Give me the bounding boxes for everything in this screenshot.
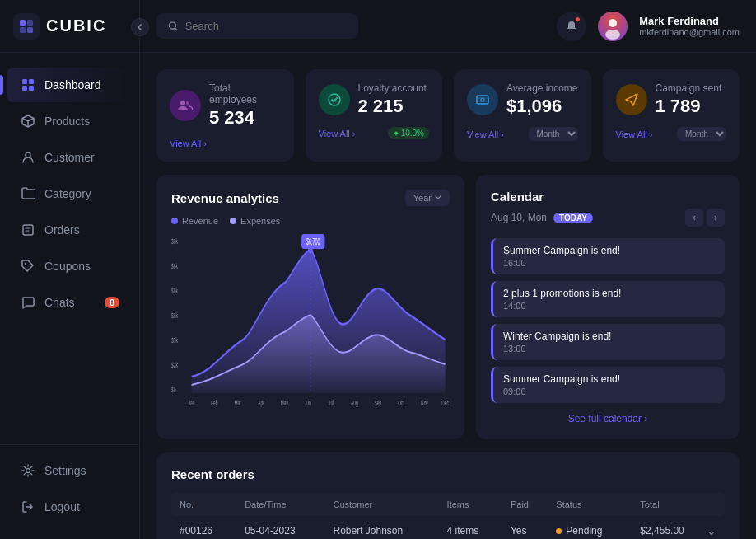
svg-rect-19 [477, 96, 488, 104]
stat-label: Total employees [209, 82, 281, 105]
svg-point-10 [25, 263, 26, 265]
calendar-date-row: Aug 10, Mon TODAY ‹ › [491, 209, 725, 227]
search-box[interactable] [156, 13, 358, 39]
sidebar-item-label: Settings [44, 464, 86, 477]
svg-rect-5 [29, 79, 34, 84]
dashboard: Total employees 5 234 View All › [140, 53, 756, 539]
grid-icon [20, 77, 36, 93]
col-customer: Customer [324, 493, 438, 516]
orders-title: Recent orders [171, 467, 725, 481]
user-name: Mark Ferdinand [639, 15, 740, 27]
income-icon [467, 84, 498, 115]
sidebar-nav: Dashboard Products Customer [0, 53, 139, 444]
calendar-event-0: Summer Campaign is end! 16:00 [491, 238, 725, 274]
svg-point-17 [186, 101, 189, 105]
folder-icon [20, 185, 36, 202]
sidebar-bottom: Settings Logout [0, 444, 139, 539]
sidebar-item-label: Chats [44, 296, 75, 309]
stat-card-loyalty: Loyalty account 2 215 View All › 10.0% [306, 69, 443, 162]
sidebar-item-label: Products [44, 115, 90, 128]
calendar-prev-button[interactable]: ‹ [685, 209, 703, 227]
order-date: 05-04-2023 [236, 516, 324, 539]
svg-text:$6,700: $6,700 [306, 237, 320, 246]
campaign-icon [616, 84, 647, 115]
loyalty-badge: 10.0% [388, 127, 429, 139]
calendar-nav: ‹ › [685, 209, 725, 227]
sidebar-item-category[interactable]: Category [7, 176, 133, 211]
col-items: Items [439, 493, 502, 516]
sidebar-item-logout[interactable]: Logout [7, 490, 133, 524]
event-time: 14:00 [503, 301, 715, 311]
order-status: Pending [548, 516, 632, 539]
logo-icon [13, 13, 40, 40]
sidebar-item-customer[interactable]: Customer [7, 140, 133, 175]
revenue-chart-card: Revenue analytics Year Revenue Expenses [156, 175, 464, 439]
svg-text:Dec: Dec [441, 398, 449, 407]
stat-value: 5 234 [209, 107, 281, 129]
calendar-title: Calendar [491, 190, 544, 204]
svg-point-8 [26, 152, 30, 157]
see-full-calendar-link[interactable]: See full calendar › [491, 413, 725, 424]
svg-text:Sep: Sep [374, 398, 381, 407]
view-all-income[interactable]: View All › [467, 129, 504, 139]
svg-point-11 [26, 469, 30, 473]
view-all-employees[interactable]: View All › [170, 138, 207, 148]
svg-text:May: May [281, 398, 289, 407]
stat-label: Average income [506, 82, 578, 94]
order-expand-button[interactable]: ⌄ [707, 524, 716, 537]
sidebar-item-label: Dashboard [44, 78, 101, 91]
recent-orders-card: Recent orders No. Date/Time Customer Ite… [156, 452, 740, 539]
sidebar-item-dashboard[interactable]: Dashboard [7, 68, 133, 102]
tag-icon [20, 258, 36, 274]
calendar-events: Summer Campaign is end! 16:00 2 plus 1 p… [491, 238, 725, 403]
svg-text:Aug: Aug [351, 398, 358, 407]
logo-text: CUBIC [46, 16, 106, 35]
stat-label: Campaign sent [656, 82, 722, 94]
notification-button[interactable] [557, 12, 586, 41]
event-time: 09:00 [503, 387, 715, 396]
box-icon [20, 113, 36, 129]
view-all-loyalty[interactable]: View All › [319, 129, 356, 138]
chat-icon [20, 294, 36, 311]
calendar-event-1: 2 plus 1 promotions is end! 14:00 [491, 281, 725, 317]
sidebar-item-products[interactable]: Products [7, 104, 133, 138]
svg-rect-9 [23, 225, 33, 235]
campaign-month-select[interactable]: Month Year [677, 127, 726, 141]
col-total: Total [632, 493, 725, 516]
income-month-select[interactable]: Month Year [529, 127, 578, 141]
sidebar-item-label: Customer [44, 151, 95, 164]
sidebar-item-coupons[interactable]: Coupons [7, 249, 133, 284]
event-time: 16:00 [503, 258, 715, 268]
today-badge: TODAY [553, 213, 593, 223]
chart-legend: Revenue Expenses [171, 216, 450, 226]
chats-badge: 8 [105, 297, 119, 308]
sidebar-item-chats[interactable]: Chats 8 [7, 285, 133, 320]
svg-rect-4 [22, 79, 27, 84]
svg-rect-6 [22, 86, 27, 91]
svg-text:$8k: $8k [171, 261, 178, 270]
calendar-event-3: Summer Campaign is end! 09:00 [491, 367, 725, 403]
header: Mark Ferdinand mkferdinand@gmail.com [140, 0, 756, 53]
svg-point-15 [605, 30, 620, 40]
chart-title: Revenue analytics [171, 191, 279, 205]
sidebar-item-label: Orders [44, 223, 80, 237]
search-input[interactable] [185, 20, 347, 32]
year-select-button[interactable]: Year [405, 190, 450, 206]
revenue-svg: $8k $8k $8k $6k $5k $2k $0 [171, 232, 450, 422]
svg-text:$0: $0 [171, 385, 175, 394]
sidebar-item-settings[interactable]: Settings [7, 453, 133, 488]
sidebar-collapse-button[interactable] [131, 18, 149, 36]
sidebar-item-orders[interactable]: Orders [7, 213, 133, 247]
calendar-event-2: Winter Campaign is end! 13:00 [491, 324, 725, 360]
svg-rect-2 [20, 27, 26, 33]
stat-card-employees: Total employees 5 234 View All › [156, 69, 294, 162]
svg-text:Oct: Oct [398, 398, 404, 407]
user-email: mkferdinand@gmail.com [639, 27, 740, 37]
svg-text:Mar: Mar [234, 398, 241, 407]
calendar-next-button[interactable]: › [707, 209, 725, 227]
event-title: 2 plus 1 promotions is end! [503, 288, 715, 299]
stat-value: $1,096 [506, 96, 578, 117]
svg-text:$6k: $6k [171, 311, 178, 320]
view-all-campaign[interactable]: View All › [616, 129, 653, 139]
stat-card-income: Average income $1,096 View All › Month Y… [454, 69, 591, 162]
